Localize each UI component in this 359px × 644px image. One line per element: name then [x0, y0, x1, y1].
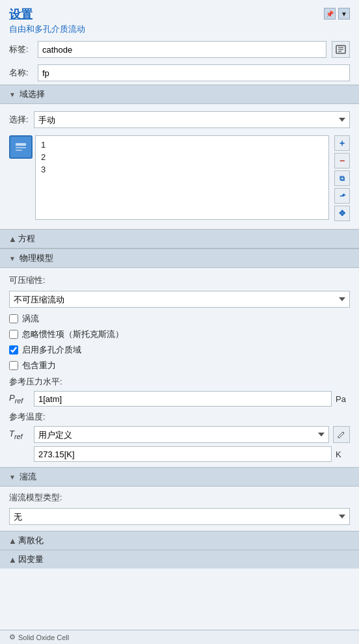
p-ref-label: Pref — [9, 393, 30, 405]
domain-paste-button[interactable]: ⬏ — [334, 188, 350, 204]
discretization-arrow: ▶ — [8, 538, 16, 543]
turbulence-arrow: ▼ — [9, 474, 16, 481]
tag-row: 标签: — [0, 38, 359, 61]
compressibility-select[interactable]: 不可压缩流动 — [9, 291, 350, 308]
turbulence-checkbox-label: 涡流 — [22, 313, 39, 325]
name-input[interactable] — [38, 64, 350, 81]
footer-bar: ⚙ Solid Oxide Cell — [0, 630, 359, 644]
domain-copy-button[interactable]: ⧉ — [334, 170, 350, 186]
footer-text: Solid Oxide Cell — [18, 634, 69, 641]
domain-toolbar: 1 2 3 + − ⧉ ⬏ ✥ — [9, 135, 350, 221]
ignore-inertia-checkbox-label: 忽略惯性项（斯托克斯流） — [22, 329, 124, 340]
include-gravity-checkbox-row: 包含重力 — [0, 358, 359, 373]
domain-list[interactable]: 1 2 3 — [35, 135, 329, 220]
p-ref-input[interactable] — [34, 391, 332, 407]
domain-select-label: 选择: — [9, 114, 29, 126]
domain-select[interactable]: 手动 — [34, 111, 350, 128]
temp-value-row: K — [0, 445, 359, 463]
ref-pressure-label: 参考压力水平: — [0, 373, 359, 389]
svg-line-8 — [343, 432, 344, 433]
enable-porous-checkbox-label: 启用多孔介质域 — [22, 344, 81, 356]
discretization-section-header[interactable]: ▶ 离散化 — [0, 531, 359, 550]
t-ref-value-input[interactable] — [34, 446, 332, 462]
list-item: 1 — [38, 139, 326, 151]
variables-section-title: 因变量 — [18, 554, 44, 565]
t-ref-edit-button[interactable] — [333, 426, 350, 443]
domain-actions: + − ⧉ ⬏ ✥ — [332, 135, 350, 221]
pressure-row: Pref Pa — [0, 389, 359, 409]
dropdown-button[interactable]: ▼ — [338, 8, 350, 20]
name-label: 名称: — [9, 67, 33, 79]
domain-section-title: 域选择 — [20, 88, 45, 100]
compressibility-row: 不可压缩流动 — [0, 288, 359, 311]
turbulence-model-select[interactable]: 无 — [9, 508, 350, 525]
physics-section-title: 物理模型 — [20, 252, 53, 264]
physics-section-header[interactable]: ▼ 物理模型 — [0, 248, 359, 268]
domain-icon-button[interactable] — [9, 135, 33, 159]
title-block: 设置 自由和多孔介质流动 — [9, 7, 85, 35]
t-ref-label: Tref — [9, 429, 30, 440]
domain-list-area: 1 2 3 + − ⧉ ⬏ ✥ — [0, 131, 359, 225]
name-row: 名称: — [0, 61, 359, 85]
include-gravity-checkbox-label: 包含重力 — [22, 360, 56, 371]
equations-section-title: 方程 — [18, 233, 35, 245]
tag-input[interactable] — [38, 41, 326, 58]
physics-section-body: 可压缩性: 不可压缩流动 涡流 忽略惯性项（斯托克斯流） 启用多孔介质域 — [0, 268, 359, 467]
settings-window: 设置 自由和多孔介质流动 📌 ▼ 标签: 名称: — [0, 0, 359, 644]
domain-arrow: ▼ — [9, 91, 16, 98]
ref-temp-label: 参考温度: — [0, 409, 359, 424]
tag-icon-button[interactable] — [332, 41, 350, 58]
variables-section-header[interactable]: ▶ 因变量 — [0, 550, 359, 569]
domain-remove-button[interactable]: − — [334, 153, 350, 168]
domain-add-button[interactable]: + — [334, 135, 350, 151]
svg-rect-7 — [16, 150, 22, 151]
window-header: 设置 自由和多孔介质流动 📌 ▼ — [0, 0, 359, 38]
turbulence-section-title: 湍流 — [20, 471, 36, 483]
turbulence-checkbox[interactable] — [9, 314, 18, 323]
compressibility-label: 可压缩性: — [0, 272, 359, 288]
domain-section-body: 选择: 手动 1 — [0, 104, 359, 229]
t-ref-unit: K — [336, 449, 350, 459]
equations-arrow: ▶ — [8, 236, 16, 241]
pin-button[interactable]: 📌 — [324, 8, 336, 20]
p-ref-unit: Pa — [336, 394, 350, 404]
domain-move-button[interactable]: ✥ — [334, 206, 350, 221]
turbulence-section-body: 湍流模型类型: 无 — [0, 487, 359, 531]
enable-porous-checkbox[interactable] — [9, 345, 18, 355]
enable-porous-checkbox-row: 启用多孔介质域 — [0, 342, 359, 358]
window-controls: 📌 ▼ — [324, 7, 350, 20]
t-ref-select[interactable]: 用户定义 — [34, 426, 329, 443]
svg-rect-6 — [16, 147, 26, 148]
discretization-section-title: 离散化 — [18, 535, 44, 546]
ignore-inertia-checkbox-row: 忽略惯性项（斯托克斯流） — [0, 327, 359, 342]
turbulence-model-label: 湍流模型类型: — [0, 489, 359, 505]
list-item: 2 — [38, 151, 326, 163]
temp-row: Tref 用户定义 — [0, 424, 359, 445]
include-gravity-checkbox[interactable] — [9, 361, 18, 370]
equations-section-header[interactable]: ▶ 方程 — [0, 229, 359, 248]
footer-icon: ⚙ — [9, 633, 16, 641]
window-title: 设置 — [9, 7, 85, 22]
domain-section-header[interactable]: ▼ 域选择 — [0, 85, 359, 104]
physics-arrow: ▼ — [9, 255, 16, 262]
turbulence-section-header[interactable]: ▼ 湍流 — [0, 467, 359, 487]
turbulence-model-row: 无 — [0, 505, 359, 528]
variables-arrow: ▶ — [8, 557, 16, 562]
domain-select-row: 选择: 手动 — [0, 108, 359, 131]
turbulence-checkbox-row: 涡流 — [0, 311, 359, 327]
main-content: 标签: 名称: ▼ 域选择 选择: — [0, 38, 359, 630]
svg-rect-5 — [16, 143, 26, 146]
window-subtitle: 自由和多孔介质流动 — [9, 23, 85, 35]
ignore-inertia-checkbox[interactable] — [9, 330, 18, 339]
tag-label: 标签: — [9, 44, 33, 55]
list-item: 3 — [38, 163, 326, 176]
